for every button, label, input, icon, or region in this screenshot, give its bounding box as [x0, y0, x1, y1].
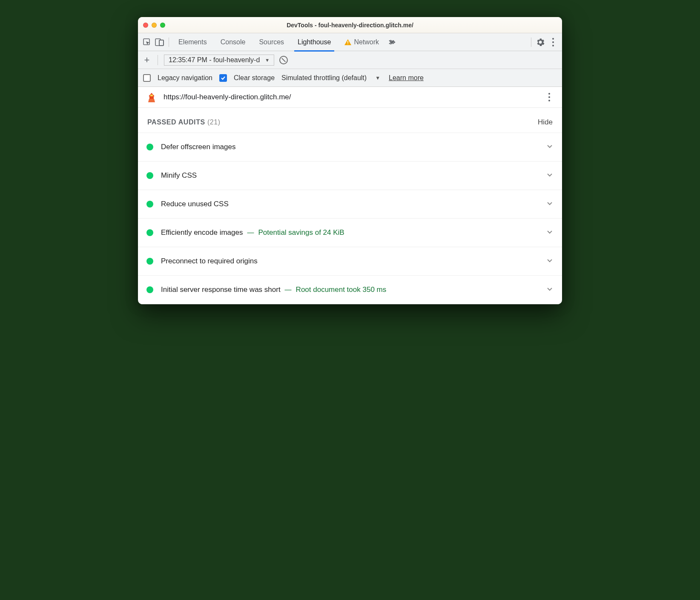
legacy-navigation-label[interactable]: Legacy navigation [158, 74, 212, 82]
chevron-down-icon [546, 228, 554, 237]
close-window-button[interactable] [143, 23, 148, 28]
report-menu-icon[interactable] [544, 93, 554, 101]
tab-network[interactable]: Network [338, 33, 386, 51]
pass-dot-icon [146, 258, 153, 265]
tab-elements[interactable]: Elements [172, 33, 214, 51]
titlebar: DevTools - foul-heavenly-direction.glitc… [138, 17, 562, 33]
tab-label: Lighthouse [298, 38, 331, 46]
inspect-element-icon[interactable] [141, 36, 153, 49]
report-select[interactable]: 12:35:47 PM - foul-heavenly-d ▼ [164, 55, 274, 66]
audit-row[interactable]: Reduce unused CSS [138, 190, 562, 219]
audit-row[interactable]: Preconnect to required origins [138, 247, 562, 276]
pass-dot-icon [146, 286, 153, 293]
learn-more-link[interactable]: Learn more [389, 74, 424, 82]
hide-button[interactable]: Hide [538, 118, 553, 127]
svg-rect-2 [159, 40, 164, 46]
tab-label: Sources [259, 38, 284, 46]
separator [169, 38, 169, 47]
audit-description: Root document took 350 ms [296, 286, 387, 294]
devtools-tabstrip: Elements Console Sources Lighthouse Netw… [138, 33, 562, 51]
report-select-label: 12:35:47 PM - foul-heavenly-d [169, 56, 260, 64]
device-toolbar-icon[interactable] [153, 36, 166, 49]
window-title: DevTools - foul-heavenly-direction.glitc… [138, 22, 562, 29]
tab-lighthouse[interactable]: Lighthouse [291, 33, 338, 51]
section-title-text: PASSED AUDITS [147, 118, 205, 126]
clear-storage-checkbox[interactable] [219, 74, 227, 82]
tab-console[interactable]: Console [214, 33, 252, 51]
section-title: PASSED AUDITS (21) [147, 118, 221, 126]
tab-label: Network [354, 38, 379, 46]
chevron-down-icon [546, 199, 554, 209]
zoom-window-button[interactable] [160, 23, 165, 28]
chevron-down-icon [546, 285, 554, 294]
clear-storage-label[interactable]: Clear storage [234, 74, 275, 82]
audit-dash: — [285, 286, 292, 294]
lighthouse-toolbar: + 12:35:47 PM - foul-heavenly-d ▼ [138, 51, 562, 69]
audit-title: Preconnect to required origins [161, 257, 258, 265]
window-controls [143, 23, 165, 28]
tab-sources[interactable]: Sources [252, 33, 291, 51]
pass-dot-icon [146, 201, 153, 208]
legacy-navigation-checkbox[interactable] [143, 74, 151, 82]
settings-gear-icon[interactable] [534, 36, 547, 49]
audit-row[interactable]: Initial server response time was short —… [138, 276, 562, 304]
chevron-down-icon [546, 142, 554, 152]
svg-rect-8 [150, 95, 153, 96]
passed-audits-header[interactable]: PASSED AUDITS (21) Hide [138, 108, 562, 133]
audit-title: Reduce unused CSS [161, 200, 229, 208]
audit-row[interactable]: Defer offscreen images [138, 133, 562, 162]
pass-dot-icon [146, 172, 153, 179]
audit-dash: — [247, 229, 254, 237]
chevron-down-icon [546, 257, 554, 266]
separator [531, 38, 531, 47]
section-count: (21) [207, 118, 221, 126]
new-report-button[interactable]: + [142, 55, 152, 66]
audits-list: Defer offscreen images Minify CSS Reduce… [138, 133, 562, 304]
audit-title: Efficiently encode images [161, 228, 243, 237]
tab-label: Console [221, 38, 246, 46]
lighthouse-options: Legacy navigation Clear storage Simulate… [138, 69, 562, 87]
more-menu-icon[interactable] [547, 36, 559, 49]
dropdown-triangle-icon[interactable]: ▼ [375, 75, 380, 81]
pass-dot-icon [146, 229, 153, 236]
pass-dot-icon [146, 144, 153, 150]
separator [158, 55, 158, 65]
dropdown-triangle-icon: ▼ [265, 58, 270, 63]
audit-title: Minify CSS [161, 171, 197, 180]
minimize-window-button[interactable] [152, 23, 157, 28]
warning-icon [344, 39, 351, 45]
audit-title: Defer offscreen images [161, 143, 235, 151]
audit-title: Initial server response time was short [161, 286, 281, 294]
report-url: https://foul-heavenly-direction.glitch.m… [164, 93, 538, 101]
more-tabs-icon[interactable] [386, 36, 399, 49]
svg-rect-5 [348, 43, 349, 44]
throttling-label: Simulated throttling (default) [281, 74, 367, 82]
svg-marker-9 [148, 99, 155, 102]
chevron-down-icon [546, 171, 554, 180]
lighthouse-logo-icon [146, 91, 158, 103]
svg-rect-4 [348, 41, 349, 43]
audit-row[interactable]: Efficiently encode images — Potential sa… [138, 219, 562, 247]
devtools-window: DevTools - foul-heavenly-direction.glitc… [138, 17, 562, 304]
clear-button[interactable] [279, 56, 288, 64]
audit-description: Potential savings of 24 KiB [258, 228, 344, 237]
audit-row[interactable]: Minify CSS [138, 162, 562, 190]
tab-label: Elements [178, 38, 207, 46]
report-header: https://foul-heavenly-direction.glitch.m… [138, 87, 562, 108]
